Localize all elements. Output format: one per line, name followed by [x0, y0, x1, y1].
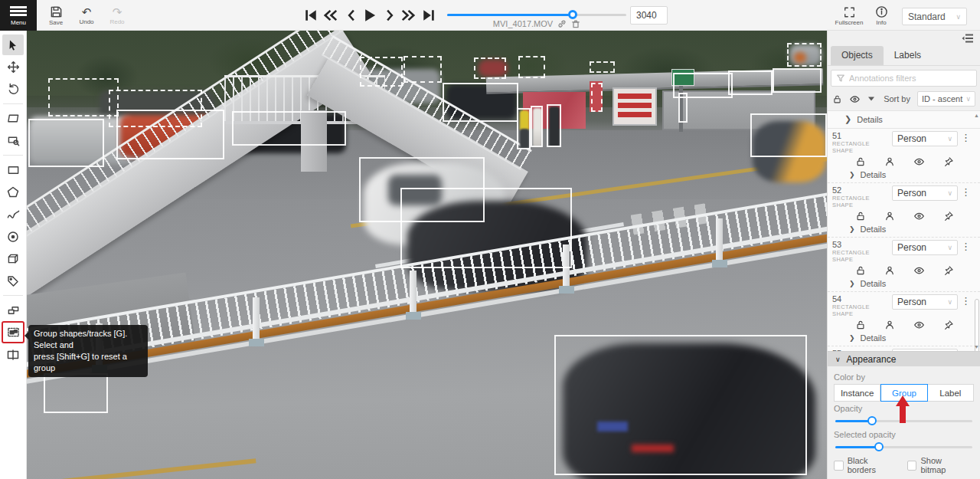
occluded-icon[interactable] [884, 156, 895, 167]
object-details-toggle[interactable]: ❯ Details [832, 277, 974, 290]
object-actions-menu[interactable]: ⋮ [961, 131, 970, 145]
object-list-item[interactable]: 53 RECTANGLE SHAPE Person ∨ ⋮ ❯ [828, 238, 980, 292]
bounding-box-dashed[interactable] [787, 43, 822, 67]
black-borders-checkbox[interactable] [834, 461, 844, 471]
collapse-sidebar-icon[interactable] [962, 33, 974, 44]
bounding-box-solid[interactable] [44, 373, 108, 413]
show-bitmap-checkbox[interactable] [907, 461, 917, 471]
lock-all-icon[interactable] [832, 94, 842, 104]
pin-icon[interactable] [943, 320, 954, 330]
bounding-box-solid[interactable] [678, 93, 688, 123]
lock-icon[interactable] [855, 320, 866, 330]
rotate-canvas-button[interactable] [2, 79, 24, 100]
cursor-tool-button[interactable] [2, 34, 24, 55]
jump-forward-button[interactable] [398, 5, 418, 25]
occluded-icon[interactable] [884, 211, 895, 221]
hide-all-icon[interactable] [849, 94, 861, 104]
frame-slider[interactable] [447, 11, 626, 18]
bounding-box-solid[interactable] [547, 104, 561, 147]
object-label-select[interactable]: Person ∨ [892, 240, 958, 255]
selected-opacity-slider[interactable] [835, 442, 972, 451]
object-list-item[interactable]: 54 RECTANGLE SHAPE Person ∨ ⋮ ❯ [828, 292, 980, 346]
bounding-box-solid[interactable] [728, 71, 773, 95]
object-item-partial[interactable]: ❯ Details [828, 111, 980, 129]
opacity-handle[interactable] [867, 416, 877, 425]
copy-link-icon[interactable] [557, 19, 567, 28]
lock-icon[interactable] [855, 211, 866, 221]
setup-tag-button[interactable] [2, 271, 24, 291]
object-list-item[interactable]: 52 RECTANGLE SHAPE Person ∨ ⋮ ❯ [828, 183, 980, 238]
object-details-toggle[interactable]: ❯ Details [832, 169, 974, 181]
bounding-box-dashed[interactable] [360, 57, 403, 87]
object-details-toggle[interactable]: ❯ Details [832, 332, 974, 344]
object-label-select[interactable]: Person ∨ [892, 185, 958, 201]
bounding-box-solid[interactable] [517, 108, 531, 149]
lock-icon[interactable] [855, 265, 866, 276]
hide-icon[interactable] [913, 156, 925, 167]
scroll-down-icon[interactable]: ▼ [974, 344, 979, 349]
delete-frame-icon[interactable] [571, 19, 580, 28]
draw-polyline-button[interactable] [2, 204, 24, 225]
tab-labels[interactable]: Labels [884, 46, 932, 65]
scrollbar-thumb[interactable] [975, 299, 979, 351]
tab-objects[interactable]: Objects [831, 46, 884, 65]
split-track-button[interactable] [2, 344, 24, 365]
annotation-canvas[interactable]: ○ [27, 31, 827, 479]
annotations-filter-box[interactable] [831, 70, 977, 87]
bounding-box-solid[interactable] [400, 188, 572, 268]
bounding-box-dashed[interactable] [590, 61, 615, 73]
bounding-box-solid[interactable] [554, 335, 807, 475]
bounding-box-solid[interactable] [773, 68, 822, 93]
pin-icon[interactable] [943, 211, 954, 221]
previous-frame-button[interactable] [341, 5, 361, 25]
draw-rectangle-button[interactable] [2, 159, 24, 180]
object-actions-menu[interactable]: ⋮ [961, 294, 970, 308]
hide-icon[interactable] [913, 211, 925, 221]
selected-opacity-handle[interactable] [874, 442, 884, 451]
workspace-mode-select[interactable]: Standard ∨ [902, 8, 967, 25]
object-label-select[interactable]: Person ∨ [892, 294, 958, 310]
draw-cuboid-button[interactable] [2, 248, 24, 269]
pin-icon[interactable] [943, 265, 954, 276]
lock-icon[interactable] [855, 156, 866, 167]
object-actions-menu[interactable]: ⋮ [961, 185, 970, 199]
last-frame-button[interactable] [419, 5, 439, 25]
hide-icon[interactable] [913, 320, 925, 330]
bounding-box-dashed[interactable] [403, 56, 442, 83]
frame-slider-handle[interactable] [568, 10, 577, 19]
bounding-box-dashed[interactable] [474, 57, 506, 79]
annotations-filter-input[interactable] [849, 74, 972, 83]
merge-shapes-button[interactable] [2, 300, 24, 320]
bounding-box-solid[interactable] [232, 111, 346, 146]
bounding-box-dashed[interactable] [591, 83, 603, 112]
frame-number-input[interactable] [630, 6, 668, 25]
next-frame-button[interactable] [380, 5, 400, 25]
appearance-header[interactable]: ∨ Appearance [828, 352, 980, 366]
scroll-up-icon[interactable]: ▲ [974, 113, 979, 118]
move-tool-button[interactable] [2, 57, 24, 77]
color-by-label-button[interactable]: Label [928, 384, 974, 402]
bounding-box-solid[interactable] [750, 113, 827, 157]
sort-select[interactable]: ID - ascent ∨ [917, 91, 975, 107]
bounding-box-dashed[interactable] [109, 90, 202, 127]
object-details-toggle[interactable]: ❯ Details [832, 223, 974, 235]
save-button[interactable]: Save [43, 3, 69, 28]
fullscreen-button[interactable]: Fullscreen [836, 3, 862, 28]
expand-all-icon[interactable] [867, 96, 875, 102]
object-list-scrollbar[interactable]: ▲ ▼ [974, 111, 979, 351]
bounding-box-dashed[interactable] [518, 56, 545, 78]
redo-button[interactable]: ↷ Redo [104, 3, 130, 28]
occluded-icon[interactable] [884, 265, 895, 276]
object-actions-menu[interactable]: ⋮ [961, 240, 970, 254]
draw-points-button[interactable] [2, 226, 24, 247]
color-by-instance-button[interactable]: Instance [834, 384, 880, 402]
play-button[interactable] [360, 5, 380, 25]
object-list-item[interactable]: 51 RECTANGLE SHAPE Person ∨ ⋮ ❯ [828, 129, 980, 183]
pin-icon[interactable] [943, 156, 954, 167]
undo-button[interactable]: ↶ Undo [74, 3, 100, 28]
bounding-box-solid[interactable] [443, 83, 518, 122]
hide-icon[interactable] [913, 265, 925, 276]
occluded-icon[interactable] [884, 320, 895, 330]
group-shapes-button[interactable] [2, 322, 24, 343]
first-frame-button[interactable] [301, 5, 321, 25]
